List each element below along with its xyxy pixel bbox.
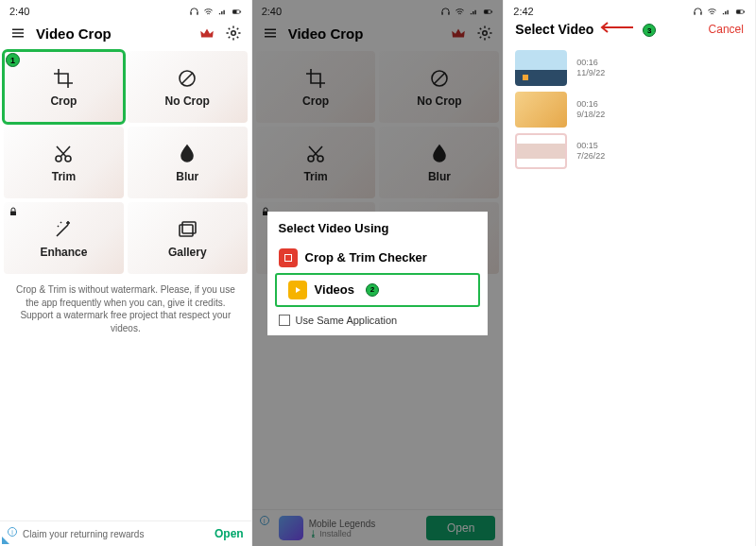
select-video-header: Select Video 3 Cancel <box>504 19 755 43</box>
video-date: 9/18/22 <box>576 110 605 121</box>
ad-banner[interactable]: i Claim your returning rewards Open <box>0 520 251 546</box>
headphone-icon <box>693 7 703 17</box>
video-row[interactable]: 00:16 9/18/22 <box>515 92 744 128</box>
ad-corner-icon <box>2 537 9 544</box>
ad-open-link[interactable]: Open <box>215 527 244 540</box>
tile-label: Enhance <box>40 246 87 259</box>
lock-icon <box>8 206 19 220</box>
cancel-button[interactable]: Cancel <box>709 23 744 36</box>
footer-note: Crop & Trim is without watermark. Please… <box>0 278 251 340</box>
svg-rect-9 <box>10 212 16 216</box>
tile-enhance[interactable]: Enhance <box>4 202 124 274</box>
svg-rect-26 <box>700 11 701 14</box>
select-video-dialog: Select Video Using Crop & Trim Checker V… <box>267 212 489 335</box>
videos-app-icon <box>288 281 307 299</box>
video-date: 7/26/22 <box>576 151 605 162</box>
status-bar: 2:42 <box>504 0 755 19</box>
dialog-option-crop-trim[interactable]: Crop & Trim Checker <box>267 243 489 273</box>
video-row[interactable]: 00:16 11/9/22 <box>515 50 744 86</box>
video-date: 11/9/22 <box>576 68 605 79</box>
video-thumbnail <box>515 50 567 86</box>
wifi-icon <box>203 7 214 17</box>
video-thumbnail <box>515 92 567 128</box>
status-bar: 2:40 <box>0 0 251 19</box>
tile-label: Blur <box>176 170 198 183</box>
no-crop-icon <box>175 66 199 91</box>
status-icons <box>189 7 242 17</box>
dialog-option-label: Videos <box>315 282 354 297</box>
video-meta: 00:16 11/9/22 <box>576 58 605 79</box>
tile-label: Trim <box>52 170 76 183</box>
app-bar: Video Crop <box>0 19 251 47</box>
action-grid: 1 Crop No Crop Trim Blur Enhance Gallery <box>0 47 251 278</box>
tile-label: Gallery <box>168 246 207 259</box>
signal-icon <box>217 7 228 17</box>
checkbox-icon[interactable] <box>279 315 290 326</box>
ad-info-icon[interactable]: i <box>8 527 17 537</box>
svg-rect-24 <box>284 254 291 261</box>
headphone-icon <box>189 7 199 17</box>
video-meta: 00:16 9/18/22 <box>576 99 605 121</box>
svg-rect-10 <box>180 225 193 236</box>
select-video-title: Select Video 3 <box>515 21 700 37</box>
video-row[interactable]: 00:15 7/26/22 <box>515 133 744 169</box>
battery-icon <box>735 7 746 17</box>
step-badge-1: 1 <box>6 53 20 67</box>
screen-3-select-video: 2:42 Select Video 3 Cancel 00:16 11/9/22… <box>504 0 756 546</box>
tile-blur[interactable]: Blur <box>128 127 248 198</box>
select-video-title-text: Select Video <box>515 22 593 37</box>
tile-label: Crop <box>50 94 77 108</box>
settings-gear-icon[interactable] <box>225 25 242 42</box>
svg-rect-11 <box>182 222 196 233</box>
video-duration: 00:16 <box>576 58 605 69</box>
tile-label: No Crop <box>165 94 210 108</box>
svg-rect-3 <box>232 9 236 13</box>
video-duration: 00:15 <box>576 141 605 152</box>
dialog-title: Select Video Using <box>267 221 489 243</box>
video-meta: 00:15 7/26/22 <box>576 141 605 162</box>
crop-icon <box>51 66 76 91</box>
tile-trim[interactable]: Trim <box>4 127 124 198</box>
tile-no-crop[interactable]: No Crop <box>128 51 248 123</box>
step-badge-2: 2 <box>366 283 379 297</box>
svg-point-5 <box>231 31 235 36</box>
arrow-left-icon <box>597 21 635 34</box>
ad-text: Claim your returning rewards <box>23 529 209 539</box>
svg-rect-29 <box>744 10 745 12</box>
video-list: 00:16 11/9/22 00:16 9/18/22 00:15 7/26/2… <box>504 43 755 177</box>
svg-rect-28 <box>736 9 740 13</box>
gallery-icon <box>175 217 199 242</box>
scissors-icon <box>51 142 76 166</box>
step-badge-3: 3 <box>643 24 656 37</box>
clock: 2:40 <box>9 6 29 17</box>
video-duration: 00:16 <box>576 99 605 111</box>
app-title: Video Crop <box>36 26 189 42</box>
screen-1-home: 2:40 Video Crop 1 Crop No Crop <box>0 0 252 546</box>
wifi-icon <box>707 7 717 17</box>
signal-icon <box>721 7 731 17</box>
tile-gallery[interactable]: Gallery <box>128 202 248 274</box>
clock: 2:42 <box>513 6 533 17</box>
blur-drop-icon <box>175 142 199 166</box>
dialog-option-label: Crop & Trim Checker <box>305 250 427 264</box>
video-thumbnail <box>515 133 567 169</box>
crop-trim-app-icon <box>279 248 298 267</box>
dialog-option-videos[interactable]: Videos 2 <box>275 273 481 307</box>
modal-overlay[interactable]: Select Video Using Crop & Trim Checker V… <box>252 0 504 546</box>
checkbox-label: Use Same Application <box>296 315 398 326</box>
svg-rect-25 <box>694 11 695 14</box>
magic-wand-icon <box>51 217 76 242</box>
battery-icon <box>232 7 242 17</box>
svg-rect-0 <box>190 11 191 14</box>
svg-rect-4 <box>240 10 241 12</box>
tile-crop[interactable]: 1 Crop <box>4 51 124 123</box>
use-same-app-row[interactable]: Use Same Application <box>267 307 489 326</box>
menu-icon[interactable] <box>9 25 26 42</box>
svg-rect-1 <box>197 11 198 14</box>
screen-2-dialog: 2:40 Video Crop Crop No Crop Trim Blur E… <box>252 0 505 546</box>
status-icons <box>693 7 746 17</box>
premium-crown-icon[interactable] <box>198 25 215 42</box>
